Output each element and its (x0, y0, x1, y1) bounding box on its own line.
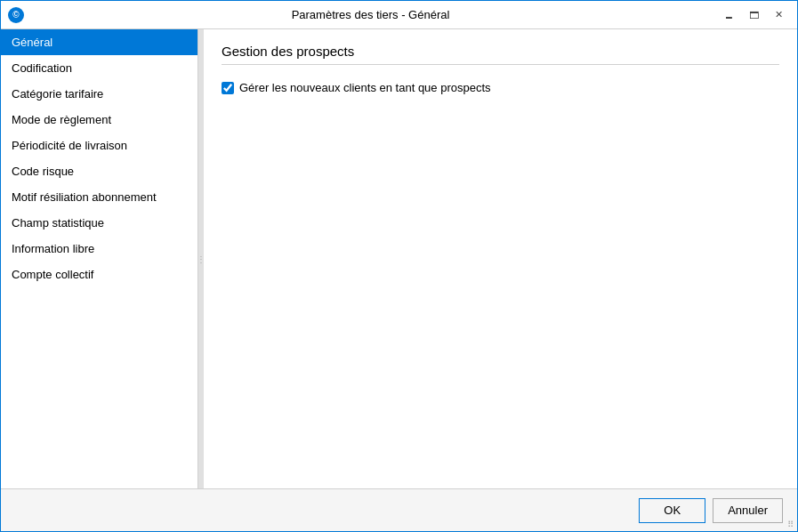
title-bar: © Paramètres des tiers - Général 🗕 🗖 ✕ (1, 1, 797, 29)
resize-corner-icon: ⠿ (787, 520, 794, 529)
section-title: Gestion des prospects (222, 44, 779, 59)
main-window: © Paramètres des tiers - Général 🗕 🗖 ✕ G… (0, 0, 798, 532)
footer: OK Annuler (1, 488, 797, 531)
sidebar-item-mode-reglement[interactable]: Mode de règlement (1, 107, 197, 133)
sidebar-item-periodicite-livraison[interactable]: Périodicité de livraison (1, 133, 197, 158)
sidebar-item-compte-collectif[interactable]: Compte collectif (1, 262, 197, 287)
prospects-checkbox[interactable] (222, 82, 234, 94)
sidebar: Général Codification Catégorie tarifaire… (1, 29, 198, 488)
minimize-button[interactable]: 🗕 (717, 6, 740, 24)
sidebar-item-categorie-tarifaire[interactable]: Catégorie tarifaire (1, 81, 197, 107)
annuler-button[interactable]: Annuler (713, 498, 783, 523)
main-content: Gestion des prospects Gérer les nouveaux… (204, 29, 797, 488)
sidebar-item-code-risque[interactable]: Code risque (1, 158, 197, 184)
restore-button[interactable]: 🗖 (742, 6, 765, 24)
prospects-checkbox-row: Gérer les nouveaux clients en tant que p… (222, 77, 779, 98)
window-body: Général Codification Catégorie tarifaire… (1, 29, 797, 488)
section-divider (222, 64, 779, 65)
sidebar-item-information-libre[interactable]: Information libre (1, 236, 197, 262)
window-title: Paramètres des tiers - Général (24, 8, 717, 21)
sidebar-item-champ-statistique[interactable]: Champ statistique (1, 210, 197, 236)
ok-button[interactable]: OK (639, 498, 705, 523)
app-logo-icon: © (8, 7, 24, 23)
sidebar-item-motif-resiliation[interactable]: Motif résiliation abonnement (1, 184, 197, 210)
prospects-checkbox-label[interactable]: Gérer les nouveaux clients en tant que p… (239, 81, 491, 94)
sidebar-item-general[interactable]: Général (1, 29, 197, 55)
window-controls: 🗕 🗖 ✕ (717, 6, 790, 24)
close-button[interactable]: ✕ (767, 6, 790, 24)
sidebar-item-codification[interactable]: Codification (1, 55, 197, 81)
